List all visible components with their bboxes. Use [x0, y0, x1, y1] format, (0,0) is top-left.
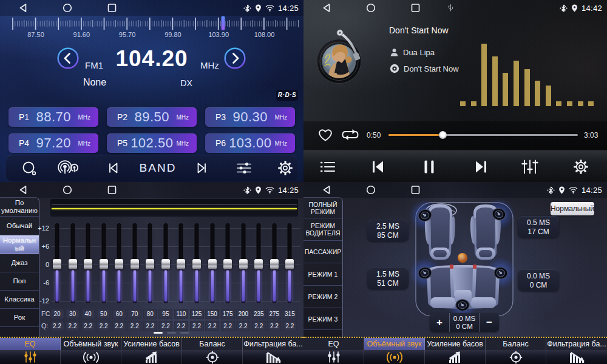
- next-track-button[interactable]: [467, 151, 495, 182]
- settings-button[interactable]: [567, 151, 595, 182]
- sound-tab-icon-cell-1[interactable]: [304, 350, 364, 364]
- sound-tab-5[interactable]: Фильтрация ба...: [546, 338, 607, 350]
- sound-tab-icon-cell-1[interactable]: [0, 350, 61, 364]
- next-station-button[interactable]: [188, 155, 215, 181]
- eq-band-slider-3[interactable]: [80, 223, 96, 303]
- nav-home-icon[interactable]: [63, 185, 72, 197]
- eq-band-slider-16[interactable]: [282, 223, 297, 303]
- nav-recents-icon[interactable]: [107, 3, 117, 15]
- listening-mode-6[interactable]: РЕЖИМ 3: [304, 308, 342, 330]
- eq-band-slider-9[interactable]: [173, 223, 189, 303]
- nav-back-icon[interactable]: [18, 3, 27, 15]
- seek-bar[interactable]: [388, 134, 578, 136]
- preset-p2[interactable]: P2 89.50 MHz: [107, 107, 197, 127]
- preset-p1[interactable]: P1 88.70 MHz: [8, 107, 98, 127]
- broadcast-button[interactable]: [53, 155, 83, 181]
- listening-mode-2[interactable]: РЕЖИМ ВОДИТЕЛЯ: [304, 218, 342, 241]
- slider-knob[interactable]: [254, 259, 263, 269]
- eq-band-slider-13[interactable]: [236, 223, 251, 303]
- slider-knob[interactable]: [146, 259, 154, 269]
- eq-band-slider-11[interactable]: [205, 223, 220, 303]
- preset-p6[interactable]: P6 103.00 MHz: [205, 133, 295, 153]
- slider-knob[interactable]: [239, 259, 248, 269]
- listening-mode-1[interactable]: ПОЛНЫЙ РЕЖИМ: [304, 198, 342, 218]
- sound-tab-icon-cell-5[interactable]: [243, 350, 304, 364]
- sound-tab-icon-cell-4[interactable]: [182, 350, 243, 364]
- sound-tab-4[interactable]: Баланс: [486, 338, 546, 350]
- seek-knob[interactable]: [439, 131, 447, 139]
- settings-button[interactable]: [271, 155, 300, 181]
- eq-band-slider-4[interactable]: [96, 223, 112, 303]
- sound-tab-icon-cell-4[interactable]: [486, 350, 546, 364]
- preset-p4[interactable]: P4 97.20 MHz: [8, 133, 98, 153]
- previous-track-button[interactable]: [364, 151, 392, 182]
- slider-knob[interactable]: [100, 259, 108, 269]
- eq-band-slider-6[interactable]: [127, 223, 143, 303]
- eq-band-slider-7[interactable]: [142, 223, 158, 303]
- slider-knob[interactable]: [53, 259, 61, 269]
- frequency-ruler[interactable]: 87.5091.6095.7099.80103.90108.00: [0, 16, 304, 40]
- sound-tab-5[interactable]: Фильтрация ба...: [243, 338, 304, 350]
- front-left-delay[interactable]: 2.5 MS 85 CM: [367, 220, 409, 241]
- nav-home-icon[interactable]: [366, 185, 376, 197]
- page-dot-3[interactable]: [180, 332, 189, 334]
- sound-tab-1[interactable]: EQ: [304, 338, 364, 350]
- listening-mode-3[interactable]: ПАССАЖИР: [304, 241, 342, 263]
- sound-tab-icon-cell-3[interactable]: [121, 350, 182, 364]
- eq-preset-7[interactable]: Рок: [0, 309, 39, 327]
- nav-recents-icon[interactable]: [411, 3, 420, 15]
- sound-tab-icon-cell-2[interactable]: [364, 350, 425, 364]
- rear-right-delay[interactable]: 0.0 MS 0 CM: [518, 269, 559, 291]
- pause-button[interactable]: [416, 151, 443, 182]
- slider-knob[interactable]: [223, 259, 232, 269]
- nav-recents-icon[interactable]: [107, 185, 117, 197]
- tune-up-button[interactable]: [223, 47, 246, 70]
- favorite-button[interactable]: [317, 127, 334, 145]
- band-button[interactable]: BAND: [131, 155, 185, 181]
- nav-back-icon[interactable]: [322, 3, 331, 15]
- sound-tab-icon-cell-3[interactable]: [425, 350, 486, 364]
- preset-p5[interactable]: P5 102.50 MHz: [107, 133, 197, 153]
- sound-preset-button[interactable]: Нормальный: [551, 202, 594, 215]
- nav-back-icon[interactable]: [322, 185, 331, 197]
- sound-tab-icon-cell-2[interactable]: [61, 350, 121, 364]
- nav-home-icon[interactable]: [366, 3, 376, 15]
- eq-band-slider-5[interactable]: [111, 223, 127, 303]
- decrease-delay-button[interactable]: −: [480, 313, 499, 332]
- sound-tab-3[interactable]: Усиление басов: [121, 338, 182, 350]
- eq-band-slider-1[interactable]: [49, 223, 65, 303]
- sound-tab-1[interactable]: EQ: [0, 338, 61, 350]
- slider-knob[interactable]: [84, 259, 92, 269]
- rear-left-delay[interactable]: 1.5 MS 51 CM: [367, 268, 409, 289]
- listening-mode-5[interactable]: РЕЖИМ 2: [304, 286, 342, 308]
- slider-knob[interactable]: [69, 259, 77, 269]
- nav-home-icon[interactable]: [63, 3, 72, 15]
- eq-settings-button[interactable]: [229, 155, 259, 181]
- sound-tab-2[interactable]: Объёмный звук: [61, 338, 121, 350]
- eq-preset-1[interactable]: По умолчанию: [0, 198, 39, 217]
- eq-band-slider-2[interactable]: [65, 223, 81, 303]
- playlist-button[interactable]: [314, 151, 341, 182]
- preset-p3[interactable]: P3 90.30 MHz: [205, 107, 295, 127]
- slider-knob[interactable]: [177, 259, 185, 269]
- page-dot-1[interactable]: [154, 332, 163, 334]
- slider-knob[interactable]: [192, 259, 201, 269]
- sound-tab-4[interactable]: Баланс: [182, 338, 243, 350]
- nav-back-icon[interactable]: [18, 185, 27, 197]
- slider-knob[interactable]: [285, 259, 294, 269]
- eq-button[interactable]: [516, 151, 544, 182]
- nav-recents-icon[interactable]: [411, 185, 420, 197]
- slider-knob[interactable]: [161, 259, 170, 269]
- eq-band-slider-15[interactable]: [266, 223, 282, 303]
- listening-mode-4[interactable]: РЕЖИМ 1: [304, 263, 342, 286]
- slider-knob[interactable]: [115, 259, 123, 269]
- repeat-button[interactable]: [341, 127, 359, 144]
- slider-knob[interactable]: [131, 259, 139, 269]
- slider-knob[interactable]: [208, 259, 217, 269]
- previous-station-button[interactable]: [100, 155, 127, 181]
- increase-delay-button[interactable]: +: [430, 313, 449, 332]
- front-right-delay[interactable]: 0.5 MS 17 CM: [518, 216, 559, 238]
- eq-band-slider-10[interactable]: [189, 223, 205, 303]
- page-dot-2[interactable]: [167, 332, 176, 334]
- sound-tab-icon-cell-5[interactable]: [546, 350, 607, 364]
